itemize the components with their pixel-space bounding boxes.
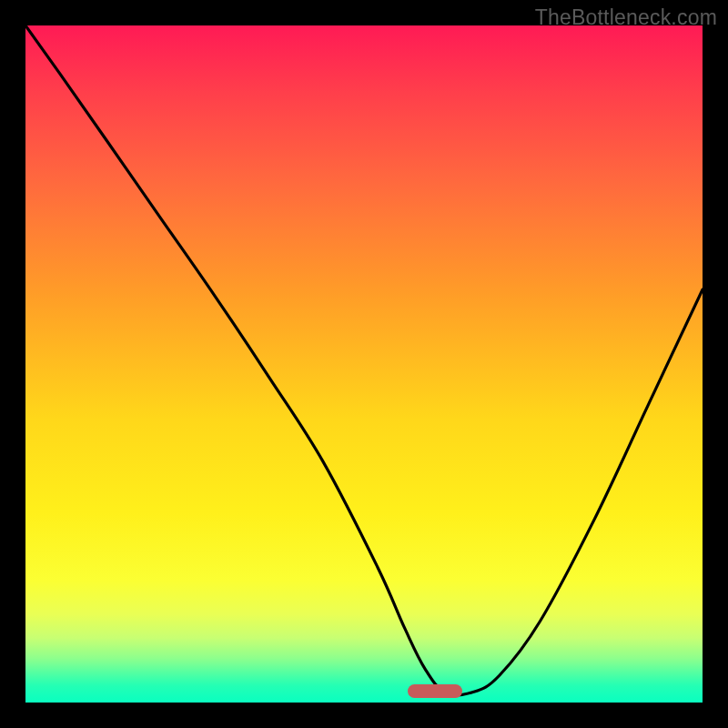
optimal-marker <box>408 684 462 698</box>
bottleneck-curve <box>25 25 703 703</box>
chart-area <box>25 25 703 703</box>
